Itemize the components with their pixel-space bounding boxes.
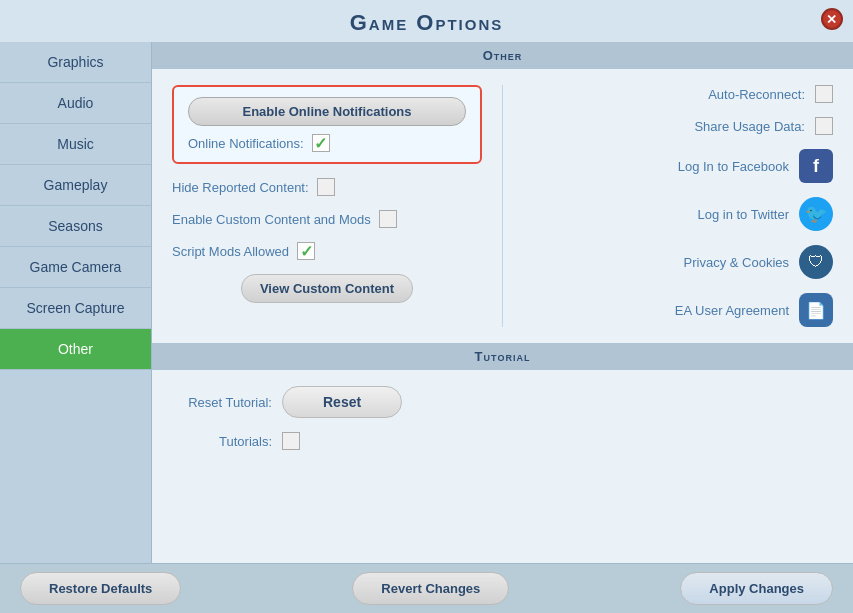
privacy-button[interactable]: 🛡 [799, 245, 833, 279]
title-bar: Game Options ✕ [0, 0, 853, 42]
tutorial-section-body: Reset Tutorial: Reset Tutorials: [152, 370, 853, 480]
other-section-header: Other [152, 42, 853, 69]
sidebar-item-gameplay[interactable]: Gameplay [0, 165, 151, 206]
reset-tutorial-label: Reset Tutorial: [172, 395, 272, 410]
facebook-label: Log In to Facebook [678, 159, 789, 174]
enable-custom-checkbox[interactable] [379, 210, 397, 228]
facebook-row: Log In to Facebook f [523, 149, 833, 183]
online-notifications-row: Online Notifications: ✓ [188, 134, 466, 152]
twitter-icon: 🐦 [805, 203, 827, 225]
facebook-icon: f [813, 156, 819, 177]
sidebar-item-seasons[interactable]: Seasons [0, 206, 151, 247]
document-icon: 📄 [806, 301, 826, 320]
apply-changes-button[interactable]: Apply Changes [680, 572, 833, 605]
share-usage-checkbox[interactable] [815, 117, 833, 135]
twitter-button[interactable]: 🐦 [799, 197, 833, 231]
sidebar-item-other[interactable]: Other [0, 329, 151, 370]
twitter-row: Log in to Twitter 🐦 [523, 197, 833, 231]
sidebar-item-audio[interactable]: Audio [0, 83, 151, 124]
hide-reported-checkbox[interactable] [317, 178, 335, 196]
hide-reported-row: Hide Reported Content: [172, 178, 482, 196]
restore-defaults-button[interactable]: Restore Defaults [20, 572, 181, 605]
shield-icon: 🛡 [808, 253, 824, 271]
revert-changes-button[interactable]: Revert Changes [352, 572, 509, 605]
sidebar: Graphics Audio Music Gameplay Seasons Ga… [0, 42, 152, 563]
sidebar-item-screen-capture[interactable]: Screen Capture [0, 288, 151, 329]
online-notifications-checkbox[interactable]: ✓ [312, 134, 330, 152]
reset-tutorial-button[interactable]: Reset [282, 386, 402, 418]
enable-notifications-button[interactable]: Enable Online Notifications [188, 97, 466, 126]
tutorials-row: Tutorials: [172, 432, 833, 450]
script-mods-check-icon: ✓ [300, 242, 313, 261]
left-column: Enable Online Notifications Online Notif… [172, 85, 482, 327]
check-icon: ✓ [314, 134, 327, 153]
share-usage-label: Share Usage Data: [694, 119, 805, 134]
ea-agreement-label: EA User Agreement [675, 303, 789, 318]
enable-custom-row: Enable Custom Content and Mods [172, 210, 482, 228]
content-area: Other Enable Online Notifications Online… [152, 42, 853, 563]
auto-reconnect-row: Auto-Reconnect: [523, 85, 833, 103]
online-notifications-label: Online Notifications: [188, 136, 304, 151]
script-mods-label: Script Mods Allowed [172, 244, 289, 259]
bottom-bar: Restore Defaults Revert Changes Apply Ch… [0, 563, 853, 613]
sidebar-item-game-camera[interactable]: Game Camera [0, 247, 151, 288]
close-icon: ✕ [826, 12, 839, 27]
tutorials-checkbox[interactable] [282, 432, 300, 450]
facebook-button[interactable]: f [799, 149, 833, 183]
other-section-body: Enable Online Notifications Online Notif… [152, 69, 853, 343]
close-button[interactable]: ✕ [821, 8, 843, 30]
share-usage-row: Share Usage Data: [523, 117, 833, 135]
notifications-box: Enable Online Notifications Online Notif… [172, 85, 482, 164]
privacy-label: Privacy & Cookies [684, 255, 789, 270]
main-content: Graphics Audio Music Gameplay Seasons Ga… [0, 42, 853, 563]
tutorial-section-header: Tutorial [152, 343, 853, 370]
tutorials-label: Tutorials: [172, 434, 272, 449]
right-column: Auto-Reconnect: Share Usage Data: Log In… [502, 85, 833, 327]
sidebar-item-graphics[interactable]: Graphics [0, 42, 151, 83]
ea-agreement-row: EA User Agreement 📄 [523, 293, 833, 327]
game-options-window: Game Options ✕ Graphics Audio Music Game… [0, 0, 853, 613]
twitter-label: Log in to Twitter [697, 207, 789, 222]
ea-agreement-button[interactable]: 📄 [799, 293, 833, 327]
script-mods-checkbox[interactable]: ✓ [297, 242, 315, 260]
sidebar-item-music[interactable]: Music [0, 124, 151, 165]
enable-custom-label: Enable Custom Content and Mods [172, 212, 371, 227]
view-custom-content-button[interactable]: View Custom Content [241, 274, 413, 303]
auto-reconnect-checkbox[interactable] [815, 85, 833, 103]
window-title: Game Options [350, 10, 504, 35]
hide-reported-label: Hide Reported Content: [172, 180, 309, 195]
script-mods-row: Script Mods Allowed ✓ [172, 242, 482, 260]
privacy-row: Privacy & Cookies 🛡 [523, 245, 833, 279]
reset-tutorial-row: Reset Tutorial: Reset [172, 386, 833, 418]
auto-reconnect-label: Auto-Reconnect: [708, 87, 805, 102]
content-inner: Other Enable Online Notifications Online… [152, 42, 853, 480]
